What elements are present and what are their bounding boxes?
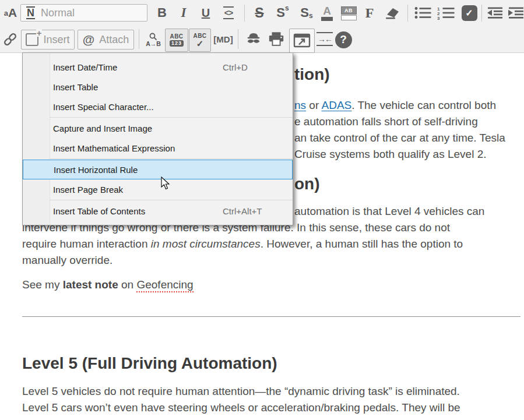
paperclip-icon: @ xyxy=(83,33,94,47)
toolbar-separator xyxy=(139,29,139,49)
font-size-button[interactable]: aA xyxy=(2,3,19,22)
heading-level4-fragment: on) xyxy=(294,175,320,193)
paragraph-style-icon: N xyxy=(26,6,35,19)
doc-line: require human interaction in most circum… xyxy=(22,238,463,250)
doc-line-see-note: See my latest note on Geofencing xyxy=(22,278,194,291)
menu-item-insert-table-of-contents[interactable]: Insert Table of Contents Ctrl+Alt+T xyxy=(23,201,293,221)
window-export-icon xyxy=(292,32,312,50)
indent-icon xyxy=(507,6,524,20)
doc-text-segment: . However, a human still has the option … xyxy=(261,238,463,250)
bold-icon: B xyxy=(157,5,167,20)
eraser-icon xyxy=(383,5,400,20)
heading-level2-fragment: tion) xyxy=(294,65,330,84)
heading-level5: Level 5 (Full Driving Automation) xyxy=(22,354,277,373)
toolbar-separator xyxy=(407,5,408,22)
superscript-button[interactable]: Ss xyxy=(272,3,293,23)
doc-text-segment: on xyxy=(118,278,137,291)
editor-window: aA N Normal B I U <> S Ss Ss A AB F xyxy=(0,0,524,420)
bullet-list-button[interactable] xyxy=(413,3,432,22)
insert-icon: + xyxy=(26,33,38,46)
numbered-list-icon: 1 2 3 xyxy=(437,6,455,20)
menu-separator xyxy=(50,158,293,159)
menu-item-capture-insert-image[interactable]: Capture and Insert Image xyxy=(23,118,293,138)
italic-button[interactable]: I xyxy=(175,3,192,23)
doc-line: Cruise systems both qualify as Level 2. xyxy=(294,148,487,161)
menu-shortcut: Ctrl+Alt+T xyxy=(223,206,262,216)
strikethrough-button[interactable]: S xyxy=(250,3,269,23)
insert-button[interactable]: + Insert xyxy=(21,30,75,50)
doc-text-segment: require human interaction xyxy=(22,238,151,250)
doc-line: an take control of the car at any time. … xyxy=(294,132,505,144)
outdent-button[interactable] xyxy=(485,3,505,22)
menu-item-insert-table[interactable]: Insert Table xyxy=(23,77,293,97)
search-replace-icon: A→B xyxy=(146,33,161,47)
anonymize-button[interactable] xyxy=(242,30,265,48)
mouse-cursor xyxy=(161,177,174,190)
highlight-color-button[interactable]: AB xyxy=(339,4,358,23)
doc-line: free from geofencing, able to go anywher… xyxy=(22,418,519,420)
abc-123-icon: ABC 123 xyxy=(170,34,184,47)
toolbar-row-insert: + Insert @ Attach A→B ABC 123 xyxy=(0,26,524,52)
toggle-editors-button[interactable]: →← xyxy=(315,31,334,47)
markdown-button[interactable]: [MD] xyxy=(212,29,234,49)
markdown-icon: [MD] xyxy=(213,34,233,44)
menu-item-insert-page-break[interactable]: Insert Page Break xyxy=(23,179,293,199)
doc-link[interactable]: ns xyxy=(294,99,306,111)
outdent-icon xyxy=(486,6,504,20)
attach-button-label: Attach xyxy=(99,34,129,46)
bold-button[interactable]: B xyxy=(153,3,171,23)
help-button[interactable]: ? xyxy=(334,30,353,49)
strikethrough-icon: S xyxy=(255,5,263,21)
help-icon: ? xyxy=(335,31,352,48)
italic-icon: I xyxy=(181,5,187,20)
menu-item-insert-special-character[interactable]: Insert Special Character... xyxy=(23,97,293,117)
menu-item-insert-math-expression[interactable]: Insert Mathematical Expression xyxy=(23,138,293,158)
paragraph-style-select[interactable]: N Normal xyxy=(20,4,147,22)
checkbox-icon: ✓ xyxy=(462,5,477,21)
font-size-small-glyph: a xyxy=(4,9,8,17)
numbered-list-button[interactable]: 1 2 3 xyxy=(436,3,456,22)
doc-line: manually override. xyxy=(22,254,112,267)
external-edit-toggle[interactable] xyxy=(289,29,315,53)
clear-format-button[interactable] xyxy=(381,3,402,23)
horizontal-rule xyxy=(22,316,521,317)
attach-button[interactable]: @ Attach xyxy=(78,30,134,50)
toolbar: aA N Normal B I U <> S Ss Ss A AB F xyxy=(0,0,524,53)
svg-text:3: 3 xyxy=(437,16,440,20)
highlight-color-icon: AB xyxy=(341,6,357,20)
text-color-icon: A xyxy=(321,6,333,21)
subscript-icon: S xyxy=(300,5,309,20)
find-replace-button[interactable]: A→B xyxy=(143,29,164,51)
subscript-button[interactable]: Ss xyxy=(296,3,317,23)
menu-item-insert-date-time[interactable]: Insert Date/Time Ctrl+D xyxy=(23,57,293,77)
font-button[interactable]: F xyxy=(361,3,378,23)
indent-button[interactable] xyxy=(506,3,524,22)
doc-link[interactable]: ADAS xyxy=(321,99,351,111)
toolbar-row-formatting: aA N Normal B I U <> S Ss Ss A AB F xyxy=(0,0,524,26)
abc-numbers-toggle[interactable]: ABC 123 xyxy=(165,29,188,52)
doc-line: Level 5 vehicles do not require human at… xyxy=(22,385,460,398)
mustache-hat-icon xyxy=(244,31,263,47)
menu-item-insert-horizontal-rule[interactable]: Insert Horizontal Rule xyxy=(23,160,293,179)
doc-line: ns or ADAS. The vehicle can control both xyxy=(294,99,496,112)
spellcheck-toggle[interactable]: ABC ✓ xyxy=(189,29,211,52)
doc-line: automation is that Level 4 vehicles can xyxy=(294,205,484,218)
doc-text-segment: in most circumstances xyxy=(151,238,261,250)
link-button[interactable] xyxy=(1,30,19,48)
inline-code-button[interactable]: <> xyxy=(219,3,238,23)
underline-icon: U xyxy=(202,6,210,20)
superscript-icon: S xyxy=(276,5,285,20)
doc-text-segment: latest note xyxy=(63,278,118,291)
spellcheck-icon: ABC ✓ xyxy=(193,33,206,47)
toolbar-separator xyxy=(238,29,238,49)
checklist-button[interactable]: ✓ xyxy=(460,3,479,23)
paragraph-style-value: Normal xyxy=(41,7,75,19)
print-button[interactable] xyxy=(266,30,287,48)
menu-separator xyxy=(50,200,293,200)
doc-text-segment: . The vehicle can control both xyxy=(351,99,496,111)
text-color-button[interactable]: A xyxy=(318,4,336,23)
toolbar-separator xyxy=(244,5,245,22)
printer-icon xyxy=(268,31,285,47)
underline-button[interactable]: U xyxy=(197,3,214,23)
doc-note-link[interactable]: Geofencing xyxy=(136,278,193,292)
